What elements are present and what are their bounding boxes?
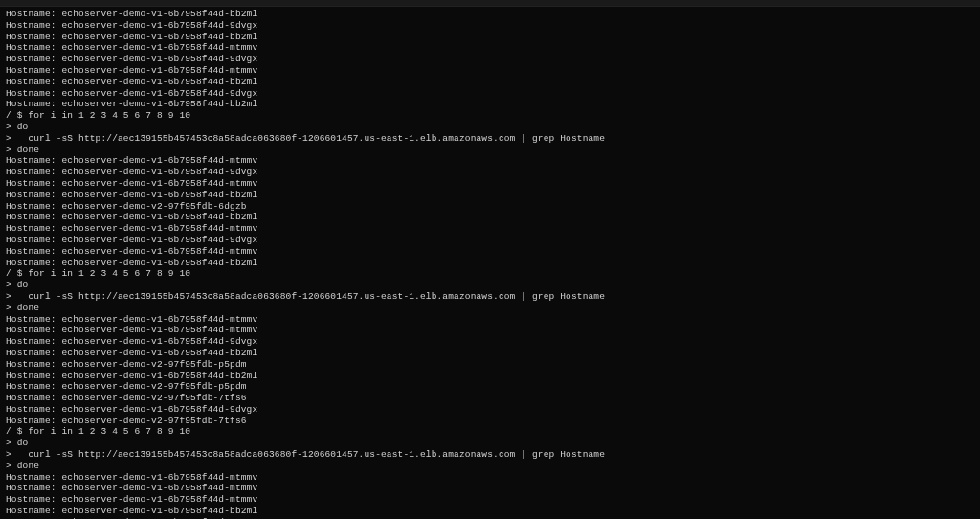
do-line: > do <box>6 438 976 449</box>
hostname-line: Hostname: echoserver-demo-v1-6b7958f44d-… <box>6 54 976 65</box>
hostname-line: Hostname: echoserver-demo-v1-6b7958f44d-… <box>6 77 976 88</box>
hostname-line: Hostname: echoserver-demo-v1-6b7958f44d-… <box>6 472 976 484</box>
hostname-line: Hostname: echoserver-demo-v1-6b7958f44d-… <box>6 99 976 110</box>
for-loop-line: / $ for i in 1 2 3 4 5 6 7 8 9 10 <box>6 426 976 438</box>
curl-line: > curl -sS http://aec139155b457453c8a58a… <box>6 133 976 145</box>
hostname-line: Hostname: echoserver-demo-v1-6b7958f44d-… <box>6 235 976 246</box>
done-line: > done <box>6 461 976 472</box>
hostname-line: Hostname: echoserver-demo-v1-6b7958f44d-… <box>6 246 976 258</box>
done-line: > done <box>6 303 976 314</box>
hostname-line: Hostname: echoserver-demo-v2-97f95fdb-p5… <box>6 359 976 371</box>
hostname-line: Hostname: echoserver-demo-v1-6b7958f44d-… <box>6 155 976 167</box>
do-line: > do <box>6 122 976 133</box>
hostname-line: Hostname: echoserver-demo-v1-6b7958f44d-… <box>6 325 976 336</box>
hostname-line: Hostname: echoserver-demo-v1-6b7958f44d-… <box>6 336 976 348</box>
hostname-line: Hostname: echoserver-demo-v2-97f95fdb-6d… <box>6 201 976 213</box>
hostname-line: Hostname: echoserver-demo-v1-6b7958f44d-… <box>6 348 976 359</box>
hostname-line: Hostname: echoserver-demo-v1-6b7958f44d-… <box>6 404 976 416</box>
hostname-line: Hostname: echoserver-demo-v2-97f95fdb-7t… <box>6 416 976 427</box>
hostname-line: Hostname: echoserver-demo-v1-6b7958f44d-… <box>6 212 976 223</box>
hostname-line: Hostname: echoserver-demo-v1-6b7958f44d-… <box>6 371 976 382</box>
hostname-line: Hostname: echoserver-demo-v1-6b7958f44d-… <box>6 20 976 32</box>
hostname-line: Hostname: echoserver-demo-v1-6b7958f44d-… <box>6 190 976 201</box>
hostname-line: Hostname: echoserver-demo-v1-6b7958f44d-… <box>6 42 976 54</box>
curl-line: > curl -sS http://aec139155b457453c8a58a… <box>6 449 976 461</box>
hostname-line: Hostname: echoserver-demo-v1-6b7958f44d-… <box>6 314 976 326</box>
hostname-line: Hostname: echoserver-demo-v1-6b7958f44d-… <box>6 65 976 77</box>
hostname-line: Hostname: echoserver-demo-v1-6b7958f44d-… <box>6 9 976 20</box>
window-titlebar <box>0 0 980 7</box>
hostname-line: Hostname: echoserver-demo-v1-6b7958f44d-… <box>6 483 976 494</box>
for-loop-line: / $ for i in 1 2 3 4 5 6 7 8 9 10 <box>6 110 976 122</box>
terminal-output[interactable]: Hostname: echoserver-demo-v1-6b7958f44d-… <box>0 7 980 519</box>
done-line: > done <box>6 145 976 156</box>
hostname-line: Hostname: echoserver-demo-v1-6b7958f44d-… <box>6 223 976 235</box>
do-line: > do <box>6 280 976 291</box>
hostname-line: Hostname: echoserver-demo-v1-6b7958f44d-… <box>6 88 976 100</box>
hostname-line: Hostname: echoserver-demo-v1-6b7958f44d-… <box>6 178 976 190</box>
hostname-line: Hostname: echoserver-demo-v1-6b7958f44d-… <box>6 32 976 43</box>
hostname-line: Hostname: echoserver-demo-v1-6b7958f44d-… <box>6 258 976 269</box>
hostname-line: Hostname: echoserver-demo-v1-6b7958f44d-… <box>6 494 976 506</box>
hostname-line: Hostname: echoserver-demo-v2-97f95fdb-7t… <box>6 393 976 404</box>
hostname-line: Hostname: echoserver-demo-v2-97f95fdb-p5… <box>6 381 976 393</box>
hostname-line: Hostname: echoserver-demo-v1-6b7958f44d-… <box>6 167 976 178</box>
hostname-line: Hostname: echoserver-demo-v1-6b7958f44d-… <box>6 506 976 517</box>
for-loop-line: / $ for i in 1 2 3 4 5 6 7 8 9 10 <box>6 268 976 280</box>
curl-line: > curl -sS http://aec139155b457453c8a58a… <box>6 291 976 303</box>
